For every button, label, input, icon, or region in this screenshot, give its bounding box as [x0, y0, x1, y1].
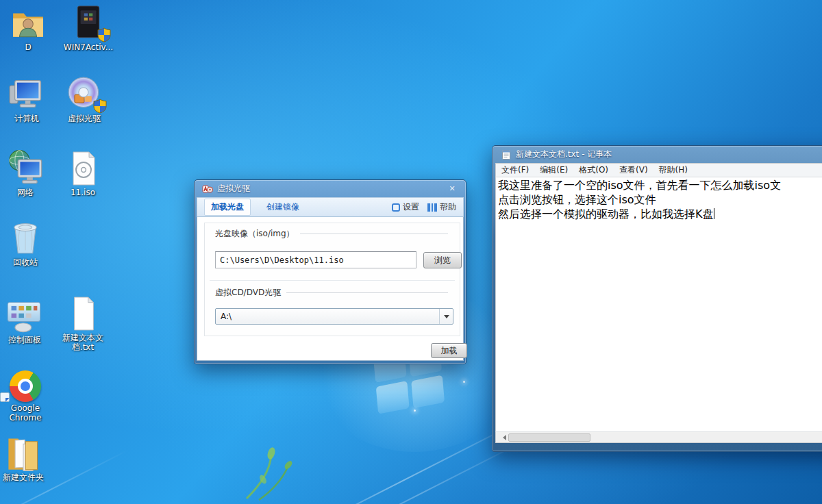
sparkle [463, 381, 465, 383]
control-panel-icon [6, 299, 43, 333]
icon-label: WIN7Activ... [62, 42, 115, 52]
chrome-icon [10, 370, 41, 402]
horizontal-scrollbar[interactable] [495, 431, 822, 443]
dialog-app-icon [202, 184, 213, 194]
group-divider [210, 280, 455, 281]
settings-button[interactable]: 设置 [392, 201, 419, 213]
icon-label: 网络 [0, 188, 52, 197]
computer-icon [9, 77, 45, 112]
settings-label: 设置 [403, 201, 419, 213]
text-document-icon [67, 296, 99, 331]
scrollbar-thumb[interactable] [508, 433, 590, 442]
text-cursor [714, 208, 714, 219]
scroll-left-icon[interactable] [500, 435, 506, 440]
group-label-image: 光盘映像（iso/img） [215, 228, 448, 240]
desktop-icon-computer[interactable]: 计算机 [0, 75, 53, 123]
desktop-icon-recycle-bin[interactable]: 回收站 [0, 219, 52, 267]
dialog-toolbar: 加载光盘 创建镜像 设置 帮助 [197, 197, 464, 217]
notepad-textarea[interactable]: 我这里准备了一个空的iso文件，首先看一下怎么加载iso文 点击浏览按钮，选择这… [495, 177, 822, 431]
open-folder-icon [5, 434, 41, 471]
icon-label: 计算机 [0, 114, 53, 123]
icon-label: Google Chrome [0, 403, 52, 423]
user-folder-icon [11, 7, 45, 41]
text-line: 点击浏览按钮，选择这个iso文件 [498, 192, 822, 207]
group-label-drive: 虚拟CD/DVD光驱 [215, 287, 448, 299]
tab-load-disc[interactable]: 加载光盘 [204, 199, 251, 216]
desktop-icon-new-folder[interactable]: 新建文件夹 [0, 434, 50, 482]
notepad-title: 新建文本文档.txt - 记事本 [516, 149, 612, 160]
desktop-icon-virtual-drive[interactable]: 虚拟光驱 [58, 75, 111, 123]
notepad-window: 新建文本文档.txt - 记事本 文件(F) 编辑(E) 格式(O) 查看(V)… [492, 145, 822, 452]
sparkle [414, 410, 416, 412]
help-grid-icon [427, 203, 437, 212]
uac-shield-icon [97, 27, 111, 42]
desktop[interactable]: { "desktop": { "icons": [ {"label": "D"}… [0, 0, 822, 504]
dialog-window: 虚拟光驱 ✕ 加载光盘 创建镜像 设置 帮助 光盘映像（iso/img） 浏览 … [194, 179, 466, 364]
menu-format[interactable]: 格式(O) [579, 164, 608, 176]
menu-help[interactable]: 帮助(H) [659, 164, 688, 176]
icon-label: 控制面板 [0, 335, 51, 344]
desktop-icon-network[interactable]: 网络 [0, 149, 52, 197]
settings-icon [392, 203, 400, 212]
drive-select-value: A:\ [221, 312, 232, 321]
text-line: 我这里准备了一个空的iso文件，首先看一下怎么加载iso文 [498, 178, 822, 192]
recycle-bin-icon [8, 218, 43, 256]
icon-label: D [1, 42, 55, 52]
desktop-icon-iso-file[interactable]: 11.iso [56, 149, 110, 197]
desktop-icon-control-panel[interactable]: 控制面板 [0, 297, 51, 344]
shortcut-arrow-icon [0, 392, 10, 402]
tab-create-image[interactable]: 创建镜像 [260, 199, 306, 215]
text-line: 然后选择一个模拟的驱动器，比如我选择K盘 [498, 207, 822, 221]
drive-select[interactable]: A:\ [215, 308, 453, 325]
notepad-icon [501, 149, 512, 160]
icon-label: 11.iso [56, 188, 110, 197]
image-path-input[interactable] [215, 251, 416, 268]
help-label: 帮助 [440, 201, 456, 213]
notepad-titlebar[interactable]: 新建文本文档.txt - 记事本 [495, 146, 822, 163]
plant-sprig [240, 444, 306, 501]
close-icon[interactable]: ✕ [446, 184, 458, 194]
icon-label: 新建文本文档.txt [56, 333, 110, 352]
menu-view[interactable]: 查看(V) [619, 164, 648, 176]
dialog-titlebar[interactable]: 虚拟光驱 ✕ [197, 180, 464, 197]
desktop-icon-chrome[interactable]: Google Chrome [0, 365, 52, 423]
load-button[interactable]: 加载 [431, 343, 467, 358]
icon-label: 新建文件夹 [0, 473, 50, 482]
notepad-menubar: 文件(F) 编辑(E) 格式(O) 查看(V) 帮助(H) [495, 163, 822, 177]
icon-label: 虚拟光驱 [58, 114, 111, 123]
network-icon [7, 149, 44, 186]
menu-edit[interactable]: 编辑(E) [540, 164, 568, 176]
dialog-body: 光盘映像（iso/img） 浏览 虚拟CD/DVD光驱 A:\ 加载 [197, 217, 464, 361]
dialog-title: 虚拟光驱 [217, 183, 250, 194]
desktop-icon-new-text-doc[interactable]: 新建文本文档.txt [56, 294, 110, 352]
iso-document-icon [66, 151, 99, 186]
help-button[interactable]: 帮助 [427, 201, 456, 213]
icon-label: 回收站 [0, 257, 52, 267]
desktop-icon-win7activ[interactable]: WIN7Activ... [62, 4, 115, 52]
browse-button[interactable]: 浏览 [423, 252, 462, 268]
menu-file[interactable]: 文件(F) [501, 164, 529, 176]
desktop-icon-folder-d[interactable]: D [1, 4, 55, 52]
chevron-down-icon [444, 315, 449, 321]
uac-shield-icon [93, 99, 107, 114]
